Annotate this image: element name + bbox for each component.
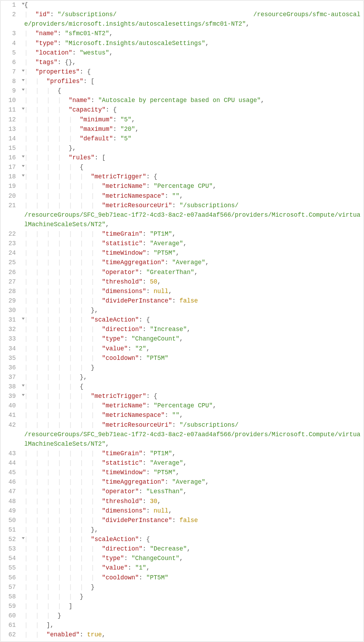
code-line[interactable]: 47| | | | | | | "operator": "LessThan", [0,487,364,496]
code-line[interactable]: 36| | | | | | } [0,363,364,373]
code-content[interactable]: | | | | | | | "cooldown": "PT5M" [21,573,364,583]
code-line[interactable]: 26| | | | | | | "operator": "GreaterThan… [0,268,364,277]
code-content[interactable]: { [21,0,364,10]
code-line[interactable]: 61| | ], [0,621,364,630]
code-area[interactable]: 1{2| "id": "/subscriptions/ /resourceGro… [0,0,364,642]
code-content[interactable]: | "type": "Microsoft.Insights/autoscaleS… [21,39,364,48]
code-line[interactable]: 50| | | | | | | "dividePerInstance": fal… [0,516,364,525]
code-line[interactable]: 37| | | | | }, [0,373,364,382]
code-content[interactable]: | | ], [21,621,364,630]
code-line[interactable]: 34| | | | | | | "value": "2", [0,344,364,354]
code-content[interactable]: | | | | | | "scaleAction": { [21,315,364,325]
code-content[interactable]: | | | | | | | "metricResourceUri": "/sub… [21,201,364,229]
code-line[interactable]: 38| | | | | { [0,382,364,392]
code-content[interactable]: | | | | | | | "dimensions": null, [21,506,364,516]
code-line[interactable]: 42| | | | | | | "metricResourceUri": "/s… [0,420,364,449]
code-content[interactable]: | | | | | | | "metricResourceUri": "/sub… [21,420,364,449]
code-line[interactable]: 48| | | | | | | "threshold": 30, [0,497,364,506]
code-content[interactable]: | "tags": {}, [21,58,364,67]
code-line[interactable]: 58| | | | | } [0,592,364,602]
code-line[interactable]: 10| | | | "name": "Autoscale by percenta… [0,96,364,105]
code-line[interactable]: 31| | | | | | "scaleAction": { [0,315,364,325]
code-content[interactable]: | | "enabled": true, [21,630,364,640]
code-content[interactable]: | | | | "capacity": { [21,105,364,115]
code-line[interactable]: 53| | | | | | | "direction": "Decrease", [0,544,364,554]
code-line[interactable]: 41| | | | | | | "metricNamespace": "", [0,411,364,420]
code-line[interactable]: 28| | | | | | | "dimensions": null, [0,287,364,296]
code-line[interactable]: 29| | | | | | | "dividePerInstance": fal… [0,296,364,306]
code-line[interactable]: 51| | | | | | }, [0,525,364,535]
code-content[interactable]: | | | | ] [21,602,364,611]
code-line[interactable]: 1{ [0,0,364,10]
code-line[interactable]: 5| "location": "westus", [0,48,364,58]
code-content[interactable]: | | | | | | | "direction": "Increase", [21,325,364,334]
code-content[interactable]: | | | | }, [21,144,364,153]
code-content[interactable]: | | | | | | | "timeAggregation": "Averag… [21,258,364,267]
code-line[interactable]: 52| | | | | | "scaleAction": { [0,535,364,544]
json-editor[interactable]: 1{2| "id": "/subscriptions/ /resourceGro… [0,0,364,642]
code-line[interactable]: 9| | | { [0,86,364,96]
code-content[interactable]: | | | | | | | "metricNamespace": "", [21,191,364,201]
code-line[interactable]: 11| | | | "capacity": { [0,105,364,115]
code-content[interactable]: | | | | | | | "value": "1", [21,563,364,573]
code-content[interactable]: | | | | | | | "timeAggregation": "Averag… [21,477,364,487]
code-line[interactable]: 16| | | | "rules": [ [0,153,364,163]
code-content[interactable]: | | | | | | | "statistic": "Average", [21,239,364,248]
code-line[interactable]: 44| | | | | | | "statistic": "Average", [0,458,364,468]
code-content[interactable]: | | | } [21,611,364,621]
code-line[interactable]: 4| "type": "Microsoft.Insights/autoscale… [0,39,364,48]
code-content[interactable]: | | | | | } [21,592,364,602]
code-content[interactable]: | | | | | | } [21,583,364,592]
code-line[interactable]: 56| | | | | | | "cooldown": "PT5M" [0,573,364,583]
code-line[interactable]: 60| | | } [0,611,364,621]
code-line[interactable]: 6| "tags": {}, [0,58,364,67]
code-content[interactable]: | | | | "name": "Autoscale by percentage… [21,96,364,105]
code-content[interactable]: | | | | | | | "threshold": 50, [21,277,364,287]
code-content[interactable]: | | | | | | | "type": "ChangeCount", [21,554,364,563]
code-line[interactable]: 32| | | | | | | "direction": "Increase", [0,325,364,334]
code-line[interactable]: 7| "properties": { [0,67,364,77]
code-content[interactable]: | | | | | | | "dividePerInstance": false [21,516,364,525]
code-content[interactable]: | | | | | | | "dividePerInstance": false [21,296,364,306]
code-line[interactable]: 59| | | | ] [0,602,364,611]
code-content[interactable]: | | | | | | | "cooldown": "PT5M" [21,354,364,363]
code-content[interactable]: | | | | | | | "metricNamespace": "", [21,411,364,420]
code-line[interactable]: 14| | | | | "default": "5" [0,134,364,144]
code-content[interactable]: | | | | | { [21,382,364,392]
code-line[interactable]: 30| | | | | | }, [0,306,364,315]
code-line[interactable]: 55| | | | | | | "value": "1", [0,563,364,573]
code-line[interactable]: 23| | | | | | | "statistic": "Average", [0,239,364,248]
code-line[interactable]: 40| | | | | | | "metricName": "Percentag… [0,401,364,411]
code-content[interactable]: | | | | | | | "threshold": 30, [21,497,364,506]
code-content[interactable]: | | | | | | | "metricName": "Percentage … [21,401,364,411]
code-line[interactable]: 45| | | | | | | "timeWindow": "PT5M", [0,468,364,477]
code-content[interactable]: | | | | | | | "dimensions": null, [21,287,364,296]
code-content[interactable]: | | | | | | "scaleAction": { [21,535,364,544]
code-content[interactable]: | | | | | "maximum": "20", [21,125,364,134]
code-line[interactable]: 3| "name": "sfmc01-NT2", [0,29,364,38]
code-line[interactable]: 8| | "profiles": [ [0,77,364,86]
code-content[interactable]: | | "profiles": [ [21,77,364,86]
code-line[interactable]: 54| | | | | | | "type": "ChangeCount", [0,554,364,563]
code-content[interactable]: | | | | "rules": [ [21,153,364,163]
code-line[interactable]: 22| | | | | | | "timeGrain": "PT1M", [0,229,364,239]
code-content[interactable]: | | | | | | }, [21,306,364,315]
code-content[interactable]: | | | | | | "metricTrigger": { [21,172,364,182]
code-line[interactable]: 18| | | | | | "metricTrigger": { [0,172,364,182]
code-line[interactable]: 19| | | | | | | "metricName": "Percentag… [0,182,364,191]
code-line[interactable]: 15| | | | }, [0,144,364,153]
code-content[interactable]: | "name": "sfmc01-NT2", [21,29,364,38]
code-content[interactable]: | | | | | }, [21,373,364,382]
code-line[interactable]: 39| | | | | | "metricTrigger": { [0,392,364,401]
code-content[interactable]: | "properties": { [21,67,364,77]
code-content[interactable]: | | | | | | | "operator": "GreaterThan", [21,268,364,277]
code-line[interactable]: 49| | | | | | | "dimensions": null, [0,506,364,516]
code-line[interactable]: 43| | | | | | | "timeGrain": "PT1M", [0,449,364,458]
code-line[interactable]: 35| | | | | | | "cooldown": "PT5M" [0,354,364,363]
code-content[interactable]: | | | | | | | "value": "2", [21,344,364,354]
code-content[interactable]: | | | | | | | "direction": "Decrease", [21,544,364,554]
code-content[interactable]: | | | | | | | "metricName": "Percentage … [21,182,364,191]
code-content[interactable]: | | | | | | "metricTrigger": { [21,392,364,401]
code-line[interactable]: 12| | | | | "minimum": "5", [0,115,364,125]
code-content[interactable]: | | | | | | }, [21,525,364,535]
